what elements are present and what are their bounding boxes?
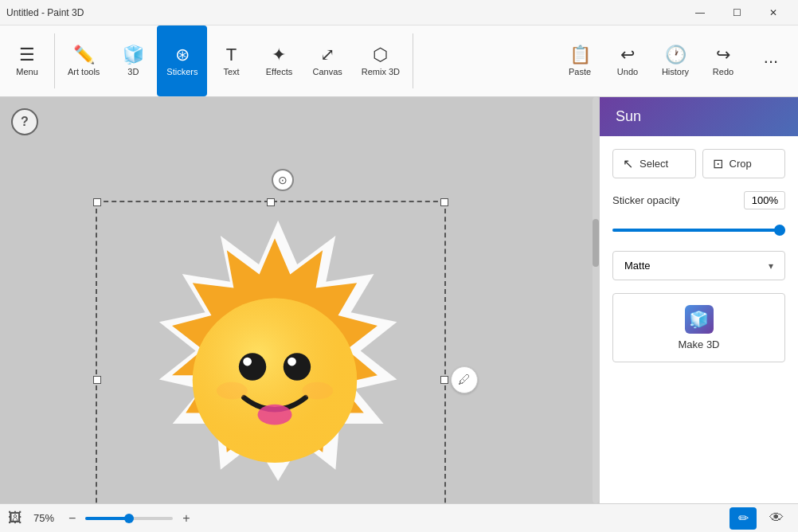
zoom-percent: 75% (29, 512, 59, 524)
slider-fill (612, 229, 785, 232)
titlebar-title: Untitled - Paint 3D (6, 7, 682, 18)
redo-label: Redo (713, 67, 733, 76)
redo-icon: ↪ (716, 46, 730, 64)
toolbar-item-paste[interactable]: 📋 Paste (556, 25, 604, 96)
toolbar-item-text[interactable]: T Text (207, 25, 255, 96)
handle-ml[interactable] (93, 376, 101, 384)
svg-point-5 (288, 358, 296, 366)
undo-label: Undo (617, 67, 638, 76)
opacity-value: 100% (744, 191, 785, 209)
canvas-icon: ⤢ (320, 46, 334, 64)
art-tools-icon: ✏️ (73, 46, 95, 64)
make3d-label: Make 3D (678, 338, 719, 350)
toolbar-item-menu[interactable]: ☰ Menu (3, 25, 51, 96)
paste-icon: 📋 (569, 46, 591, 64)
handle-tr[interactable] (440, 198, 448, 206)
select-button[interactable]: ↖ Select (612, 149, 696, 178)
zoom-minus-button[interactable]: − (65, 511, 79, 526)
handle-tc[interactable] (267, 198, 275, 206)
make3d-button[interactable]: 🧊 Make 3D (612, 293, 785, 362)
zoom-slider-thumb[interactable] (124, 514, 134, 523)
toolbar-item-undo[interactable]: ↩ Undo (604, 25, 651, 96)
paste-label: Paste (569, 67, 591, 76)
crop-button[interactable]: ⊡ Crop (702, 149, 786, 178)
pencil-button[interactable]: ✏ (730, 507, 757, 530)
toolbar-item-canvas[interactable]: ⤢ Canvas (303, 25, 351, 96)
stickers-label: Stickers (166, 67, 198, 76)
toolbar-item-art-tools[interactable]: ✏️ Art tools (58, 25, 109, 96)
text-icon: T (226, 46, 237, 64)
selection-container: ⊙ 🖊 (96, 185, 470, 503)
panel-title: Sun (616, 108, 641, 124)
canvas-area[interactable]: ? ⊙ 🖊 (0, 97, 599, 503)
toolbar-item-stickers[interactable]: ⊛ Stickers (157, 25, 207, 96)
rotate-handle[interactable]: ⊙ (272, 169, 294, 191)
toolbar-sep-2 (413, 33, 413, 88)
more-icon: ··· (764, 53, 778, 70)
effects-icon: ✦ (272, 46, 286, 64)
text-label: Text (223, 67, 239, 76)
toolbar-item-remix3d[interactable]: ⬡ Remix 3D (352, 25, 409, 96)
chevron-down-icon: ▾ (769, 260, 773, 272)
svg-point-3 (284, 353, 311, 380)
image-icon: 🖼 (8, 510, 22, 526)
svg-point-8 (302, 382, 333, 400)
zoom-plus-button[interactable]: + (179, 511, 193, 526)
opacity-slider[interactable] (612, 222, 785, 238)
menu-icon: ☰ (19, 46, 35, 64)
opacity-label: Sticker opacity (612, 194, 736, 206)
toolbar-right: 📋 Paste ↩ Undo 🕐 History ↪ Redo ··· (556, 25, 795, 96)
matte-dropdown[interactable]: Matte ▾ (612, 251, 785, 280)
zoom-slider-fill (85, 517, 129, 520)
select-crop-row: ↖ Select ⊡ Crop (612, 149, 785, 178)
3d-icon: 🧊 (123, 46, 144, 64)
main-area: ? ⊙ 🖊 (0, 97, 798, 503)
slider-thumb[interactable] (774, 225, 785, 236)
help-button[interactable]: ? (11, 108, 38, 135)
menu-label: Menu (16, 67, 38, 76)
matte-label: Matte (624, 260, 651, 272)
close-button[interactable]: ✕ (755, 0, 792, 25)
history-icon: 🕐 (665, 46, 687, 64)
toolbar-item-redo[interactable]: ↪ Redo (699, 25, 747, 96)
effects-label: Effects (266, 67, 292, 76)
toolbar-item-3d[interactable]: 🧊 3D (109, 25, 157, 96)
panel-header: Sun (600, 97, 798, 136)
crop-label: Crop (730, 158, 752, 170)
titlebar-controls: — ☐ ✕ (682, 0, 792, 25)
canvas-label: Canvas (312, 67, 342, 76)
undo-icon: ↩ (620, 46, 635, 64)
toolbar-sep-1 (54, 33, 55, 88)
toolbar-item-effects[interactable]: ✦ Effects (255, 25, 303, 96)
svg-point-6 (258, 405, 292, 425)
eye-button[interactable]: 👁 (763, 507, 790, 530)
crop-icon: ⊡ (713, 156, 723, 171)
maximize-button[interactable]: ☐ (718, 0, 755, 25)
select-label: Select (640, 158, 668, 170)
opacity-row: Sticker opacity 100% (612, 191, 785, 209)
toolbar-item-history[interactable]: 🕐 History (651, 25, 699, 96)
toolbar: ☰ Menu ✏️ Art tools 🧊 3D ⊛ Stickers T Te… (0, 25, 798, 97)
remix3d-label: Remix 3D (362, 67, 400, 76)
3d-label: 3D (127, 67, 139, 76)
svg-point-7 (217, 382, 248, 400)
scrollbar-vertical[interactable] (593, 97, 599, 503)
handle-tl[interactable] (93, 198, 101, 206)
statusbar: 🖼 75% − + ✏ 👁 (0, 503, 798, 532)
titlebar: Untitled - Paint 3D — ☐ ✕ (0, 0, 798, 25)
toolbar-item-more[interactable]: ··· (747, 25, 795, 96)
history-label: History (662, 67, 689, 76)
svg-point-2 (239, 353, 266, 380)
zoom-slider[interactable] (85, 517, 173, 520)
select-icon: ↖ (623, 156, 633, 171)
scrollbar-thumb[interactable] (593, 219, 599, 267)
sun-sticker (104, 209, 462, 503)
make3d-icon: 🧊 (685, 305, 714, 334)
slider-track (612, 229, 785, 232)
minimize-button[interactable]: — (682, 0, 718, 25)
svg-point-4 (243, 358, 252, 366)
panel-body: ↖ Select ⊡ Crop Sticker opacity 100% (600, 136, 798, 503)
art-tools-label: Art tools (68, 67, 100, 76)
right-panel: Sun ↖ Select ⊡ Crop Sticker opacity 100% (599, 97, 798, 503)
svg-point-1 (193, 299, 357, 463)
